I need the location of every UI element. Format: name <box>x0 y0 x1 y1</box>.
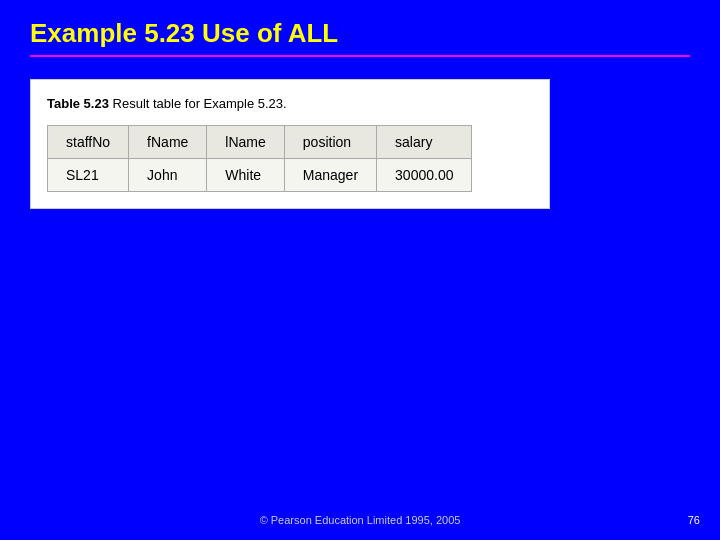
table-label: Table 5.23 <box>47 96 109 111</box>
table-caption-text: Result table for Example 5.23. <box>113 96 287 111</box>
table-caption: Table 5.23 Result table for Example 5.23… <box>47 96 533 111</box>
table-box: Table 5.23 Result table for Example 5.23… <box>30 79 550 209</box>
cell-lname: White <box>207 159 284 192</box>
col-fname: fName <box>129 126 207 159</box>
content-area: Table 5.23 Result table for Example 5.23… <box>0 65 720 209</box>
col-lname: lName <box>207 126 284 159</box>
footer-area: © Pearson Education Limited 1995, 2005 <box>0 514 720 526</box>
page-number: 76 <box>688 514 700 526</box>
table-row: SL21 John White Manager 30000.00 <box>48 159 472 192</box>
col-salary: salary <box>377 126 472 159</box>
cell-staffno: SL21 <box>48 159 129 192</box>
footer-copyright: © Pearson Education Limited 1995, 2005 <box>260 514 461 526</box>
col-staffno: staffNo <box>48 126 129 159</box>
cell-salary: 30000.00 <box>377 159 472 192</box>
cell-position: Manager <box>284 159 376 192</box>
page-title: Example 5.23 Use of ALL <box>30 18 690 49</box>
table-header-row: staffNo fName lName position salary <box>48 126 472 159</box>
title-underline <box>30 55 690 57</box>
title-area: Example 5.23 Use of ALL <box>0 0 720 65</box>
slide: Example 5.23 Use of ALL Table 5.23 Resul… <box>0 0 720 540</box>
data-table: staffNo fName lName position salary SL21… <box>47 125 472 192</box>
cell-fname: John <box>129 159 207 192</box>
col-position: position <box>284 126 376 159</box>
